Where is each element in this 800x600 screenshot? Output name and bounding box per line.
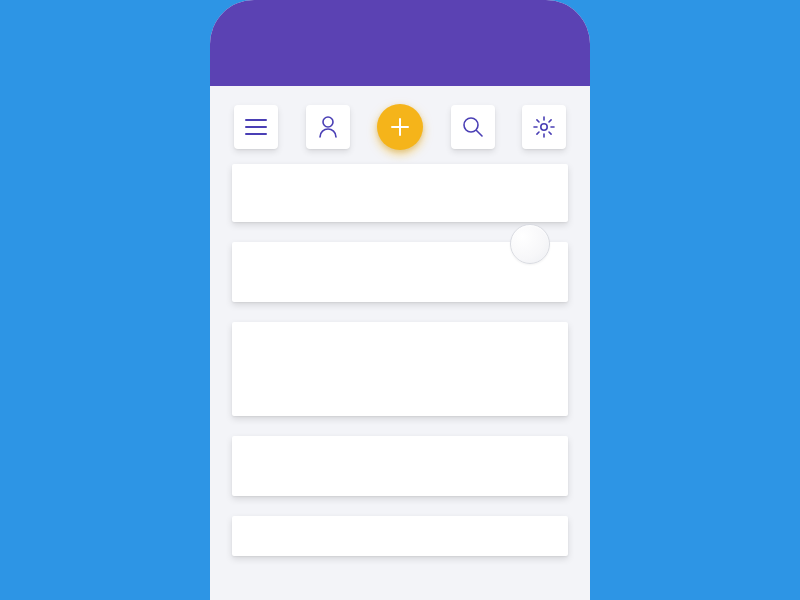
device-frame <box>210 0 590 600</box>
toolbar <box>210 86 590 164</box>
svg-line-12 <box>549 132 551 134</box>
person-icon <box>318 116 338 138</box>
search-button[interactable] <box>451 105 495 149</box>
svg-point-4 <box>464 118 478 132</box>
card-list <box>210 164 590 600</box>
plus-icon <box>391 118 409 136</box>
list-item[interactable] <box>232 436 568 496</box>
svg-line-5 <box>476 131 482 137</box>
search-icon <box>462 116 484 138</box>
svg-point-3 <box>323 117 333 127</box>
hamburger-icon <box>245 119 267 135</box>
gear-icon <box>532 115 556 139</box>
settings-button[interactable] <box>522 105 566 149</box>
list-item[interactable] <box>232 322 568 416</box>
list-item[interactable] <box>232 242 568 302</box>
svg-line-14 <box>549 120 551 122</box>
profile-button[interactable] <box>306 105 350 149</box>
svg-line-11 <box>537 120 539 122</box>
svg-point-6 <box>541 124 547 130</box>
app-header <box>210 0 590 86</box>
add-button[interactable] <box>377 104 423 150</box>
menu-button[interactable] <box>234 105 278 149</box>
svg-line-13 <box>537 132 539 134</box>
list-item[interactable] <box>232 516 568 556</box>
list-item[interactable] <box>232 164 568 222</box>
